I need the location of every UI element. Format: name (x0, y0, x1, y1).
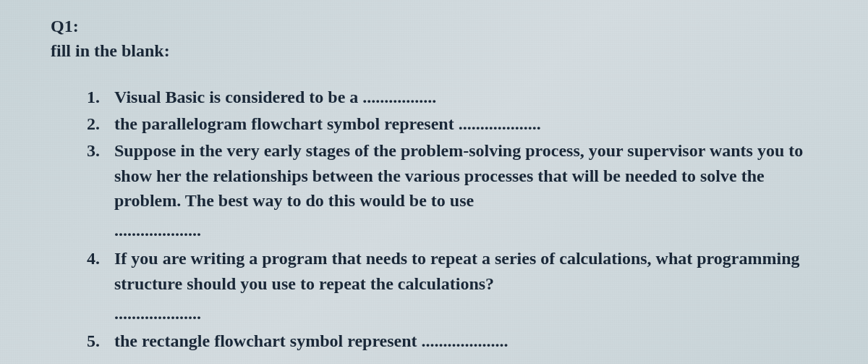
instruction-text: fill in the blank: (51, 39, 825, 64)
blank-line: .................... (114, 301, 825, 326)
item-text: the rectangle flowchart symbol represent… (114, 331, 509, 350)
blank-line: .................... (114, 218, 825, 243)
item-text: the parallelogram flowchart symbol repre… (114, 114, 541, 133)
list-item: the rectangle flowchart symbol represent… (87, 329, 825, 354)
question-label: Q1: (51, 14, 825, 39)
list-item: the parallelogram flowchart symbol repre… (87, 111, 825, 137)
item-text: Visual Basic is considered to be a .....… (114, 88, 436, 106)
list-item: Visual Basic is considered to be a .....… (87, 85, 825, 110)
item-text: If you are writing a program that needs … (114, 249, 799, 293)
question-header: Q1: fill in the blank: (51, 14, 825, 63)
question-list: Visual Basic is considered to be a .....… (51, 85, 825, 354)
list-item: If you are writing a program that needs … (87, 246, 825, 326)
list-item: Suppose in the very early stages of the … (87, 138, 825, 243)
item-text: Suppose in the very early stages of the … (114, 141, 803, 211)
